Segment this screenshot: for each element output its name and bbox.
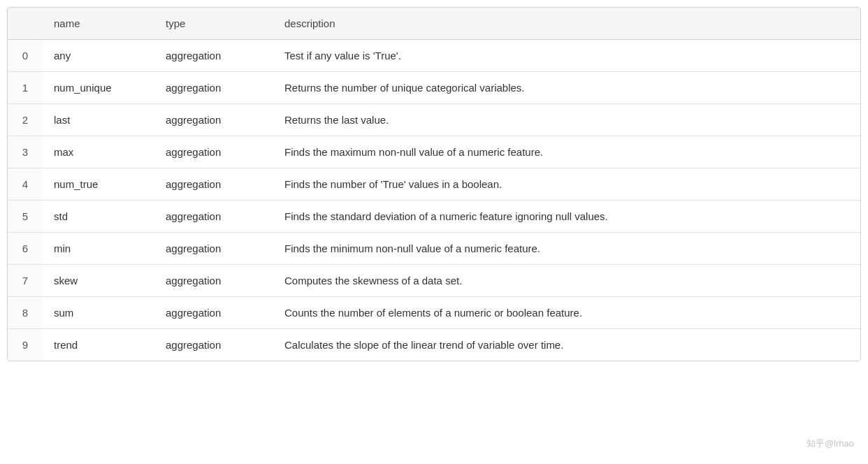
table-row: 3maxaggregationFinds the maximum non-nul… [8,136,860,168]
cell-name: last [43,104,154,136]
cell-index: 9 [8,329,43,361]
cell-description: Returns the number of unique categorical… [273,72,860,104]
cell-description: Finds the minimum non-null value of a nu… [273,233,860,265]
cell-index: 8 [8,297,43,329]
cell-type: aggregation [154,329,273,361]
table-row: 1num_uniqueaggregationReturns the number… [8,72,860,104]
table-row: 6minaggregationFinds the minimum non-nul… [8,233,860,265]
cell-index: 7 [8,265,43,297]
cell-index: 2 [8,104,43,136]
cell-type: aggregation [154,297,273,329]
cell-index: 0 [8,40,43,72]
table-row: 8sumaggregationCounts the number of elem… [8,297,860,329]
table-row: 2lastaggregationReturns the last value. [8,104,860,136]
cell-description: Finds the number of 'True' values in a b… [273,168,860,201]
col-header-name: name [43,8,154,40]
cell-name: min [43,233,154,265]
cell-type: aggregation [154,201,273,233]
table-header-row: name type description [8,8,860,40]
cell-description: Finds the maximum non-null value of a nu… [273,136,860,168]
col-header-type: type [154,8,273,40]
table-row: 9trendaggregationCalculates the slope of… [8,329,860,361]
cell-index: 3 [8,136,43,168]
col-header-index [8,8,43,40]
cell-type: aggregation [154,40,273,72]
cell-name: skew [43,265,154,297]
table-row: 0anyaggregationTest if any value is 'Tru… [8,40,860,72]
watermark-text: 知乎@lrhao [806,437,854,450]
cell-index: 4 [8,168,43,201]
cell-type: aggregation [154,265,273,297]
cell-description: Calculates the slope of the linear trend… [273,329,860,361]
cell-type: aggregation [154,233,273,265]
cell-type: aggregation [154,104,273,136]
cell-description: Finds the standard deviation of a numeri… [273,201,860,233]
cell-type: aggregation [154,136,273,168]
cell-name: num_true [43,168,154,201]
cell-description: Returns the last value. [273,104,860,136]
cell-description: Test if any value is 'True'. [273,40,860,72]
cell-name: trend [43,329,154,361]
cell-name: std [43,201,154,233]
col-header-description: description [273,8,860,40]
cell-name: any [43,40,154,72]
table-row: 5stdaggregationFinds the standard deviat… [8,201,860,233]
cell-description: Counts the number of elements of a numer… [273,297,860,329]
cell-type: aggregation [154,168,273,201]
table-row: 4num_trueaggregationFinds the number of … [8,168,860,201]
data-table: name type description 0anyaggregationTes… [7,7,861,361]
cell-index: 5 [8,201,43,233]
table-row: 7skewaggregationComputes the skewness of… [8,265,860,297]
cell-name: num_unique [43,72,154,104]
cell-index: 6 [8,233,43,265]
cell-index: 1 [8,72,43,104]
cell-description: Computes the skewness of a data set. [273,265,860,297]
cell-name: max [43,136,154,168]
cell-type: aggregation [154,72,273,104]
cell-name: sum [43,297,154,329]
